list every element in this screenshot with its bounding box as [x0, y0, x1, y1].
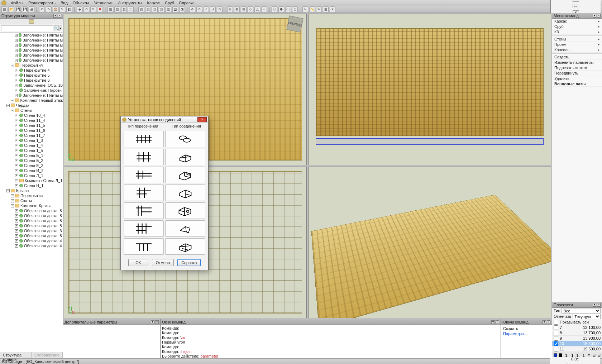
tree-row[interactable]: +Заполнение: ОСБ, 10 [0, 83, 63, 88]
expander-icon[interactable]: + [15, 234, 18, 238]
tb-cancel-icon[interactable]: ✖ [97, 6, 103, 12]
tb-snap4-icon[interactable]: ◇ [248, 6, 253, 12]
tree-row[interactable]: −Перекрытия [0, 193, 63, 198]
panel-close-icon[interactable]: × [547, 320, 550, 324]
menu-log[interactable]: Сруб [163, 0, 176, 5]
plane-row[interactable]: 1119 500,00 [552, 346, 602, 352]
search-options-icon[interactable]: ▾ [59, 25, 62, 31]
panel-close-icon[interactable]: × [597, 14, 601, 18]
dialog-ok-button[interactable]: ОК [128, 259, 148, 266]
panel-pin-icon[interactable]: ▾ [593, 14, 596, 18]
tb-tool4-icon[interactable]: ⟳ [90, 6, 96, 12]
tb-snap3-icon[interactable]: ⊟ [241, 6, 247, 12]
tree-row[interactable]: −Крыша [0, 188, 63, 193]
tree-row[interactable]: +Заполнение: Плиты м [0, 38, 63, 43]
tree-row[interactable]: −Скаты [0, 198, 63, 203]
tb-tool1-icon[interactable]: ◧ [66, 6, 72, 12]
tree-row[interactable]: +Стена Л_1 [0, 173, 63, 178]
tree-row[interactable]: +Стена 1_5 [0, 148, 63, 153]
tree-row[interactable]: +Стена Б_2 [0, 158, 63, 163]
expander-icon[interactable]: − [11, 109, 14, 112]
tab-structure[interactable]: Структура модели [0, 352, 32, 358]
tb-layers-icon[interactable]: ▤ [114, 6, 120, 12]
panel-close-icon[interactable]: × [597, 303, 601, 307]
tree-row[interactable]: −Комплект Первый этаж [0, 98, 63, 103]
planes-type-select[interactable]: Все [562, 308, 601, 313]
expander-icon[interactable]: − [11, 194, 14, 197]
tree-row[interactable]: +Стена И_2 [0, 168, 63, 173]
tree-row[interactable]: +Заполнение: Плиты м [0, 53, 63, 58]
intersection-type-4[interactable] [124, 185, 164, 201]
cmd-menu-item[interactable]: Стены▸ [552, 37, 602, 42]
expander-icon[interactable]: − [11, 204, 14, 207]
tree-row[interactable]: +Перекрытие 6 [0, 78, 63, 83]
expander-icon[interactable]: − [6, 104, 10, 107]
tb-grid-icon[interactable]: ▦ [108, 6, 113, 12]
expander-icon[interactable]: + [15, 229, 18, 233]
window-minimize-button[interactable]: — [573, 0, 579, 2]
joint-type-5[interactable] [165, 202, 205, 219]
cmd-menu-item[interactable]: Создать [552, 54, 602, 60]
tb-snap5-icon[interactable]: △ [254, 6, 260, 12]
tree-row[interactable]: +Стена 10_4 [0, 113, 63, 118]
tb-scale-icon[interactable]: ⤢ [203, 6, 209, 12]
tb-undo-icon[interactable]: ↶ [39, 6, 45, 12]
cmd-menu-item[interactable]: Сруб▸ [552, 24, 602, 29]
tb-tool2-icon[interactable]: ◆ [77, 6, 82, 12]
tree-row[interactable]: +Стена 1_4 [0, 143, 63, 148]
expander-icon[interactable]: + [15, 89, 18, 92]
plane-row[interactable]: 913 900,00 [552, 336, 602, 341]
viewport-elevation[interactable] [308, 14, 551, 165]
expander-icon[interactable]: + [15, 174, 18, 177]
tree-row[interactable]: +Заполнение: Плиты м [0, 93, 63, 98]
panel-pin-icon[interactable]: ▾ [151, 320, 154, 324]
tree-row[interactable]: +Стена 1_3 [0, 138, 63, 143]
tree-row[interactable]: +Обвязочная доска: 8 [0, 233, 63, 238]
panel-pin-icon[interactable]: ▾ [491, 320, 495, 324]
expander-icon[interactable]: − [11, 99, 14, 102]
tree-row[interactable]: +Перекрытие 4 [0, 68, 63, 73]
expander-icon[interactable]: + [15, 159, 18, 162]
tb-m7-icon[interactable]: ⬔ [179, 6, 185, 12]
tree-row[interactable]: +Перекрытие 5 [0, 73, 63, 78]
expander-icon[interactable]: − [15, 179, 18, 182]
joint-type-7[interactable] [165, 238, 205, 255]
cmd-menu-item[interactable]: Каркас▸ [552, 19, 602, 24]
dialog-help-button[interactable]: Справка [177, 259, 201, 266]
panel-pin-icon[interactable]: ▾ [53, 14, 57, 18]
plane-checkbox[interactable] [554, 325, 558, 330]
expander-icon[interactable]: + [15, 49, 18, 52]
search-icon[interactable]: 🔍 [54, 25, 59, 31]
tb-m2-icon[interactable]: ◱ [145, 6, 151, 12]
tree-row[interactable]: +Стена Е_2 [0, 163, 63, 168]
tree-row[interactable]: +Заполнение: Плиты м [0, 48, 63, 53]
expander-icon[interactable]: + [15, 239, 18, 243]
tree-row[interactable]: −Комплект Стена Л_1 [0, 178, 63, 183]
tree-row[interactable]: +Обвязочная доска: 8 [0, 208, 63, 213]
viewport-iso[interactable] [308, 167, 551, 318]
tree-row[interactable]: +Обвязочная доска: 8 [0, 213, 63, 218]
tb-m6-icon[interactable]: ⬓ [172, 6, 178, 12]
tb-layers2-icon[interactable]: ▥ [121, 6, 127, 12]
viewcube[interactable]: СПЕРЕДИ [286, 15, 303, 32]
tb-m5-icon[interactable]: ◫ [166, 6, 171, 12]
tb-m4-icon[interactable]: ◳ [159, 6, 164, 12]
dialog-cancel-button[interactable]: Отмена [152, 259, 174, 266]
joint-type-2[interactable] [165, 149, 205, 165]
tb-grid2-icon[interactable]: ▦ [323, 6, 329, 12]
expander-icon[interactable]: + [15, 244, 18, 248]
tree-row[interactable]: +Обвязочная доска: 8 [0, 223, 63, 228]
menu-objects[interactable]: Объекты [71, 0, 91, 5]
menu-help[interactable]: Справка [177, 0, 197, 5]
menu-tools[interactable]: Инструменты [115, 0, 144, 5]
expander-icon[interactable]: + [15, 54, 18, 57]
expander-icon[interactable]: + [15, 79, 18, 82]
menu-frame[interactable]: Каркас [145, 0, 162, 5]
cmd-menu-item[interactable]: Проем▸ [552, 42, 602, 47]
tree-row[interactable]: +Обвязочная доска: 8 [0, 218, 63, 223]
tb-new-icon[interactable]: ▦ [1, 6, 7, 12]
tb-home-icon[interactable]: 🏠 [53, 6, 58, 12]
expander-icon[interactable]: + [15, 69, 18, 72]
expander-icon[interactable]: + [15, 74, 18, 77]
planes-mark-select[interactable]: Текущую [573, 314, 601, 319]
